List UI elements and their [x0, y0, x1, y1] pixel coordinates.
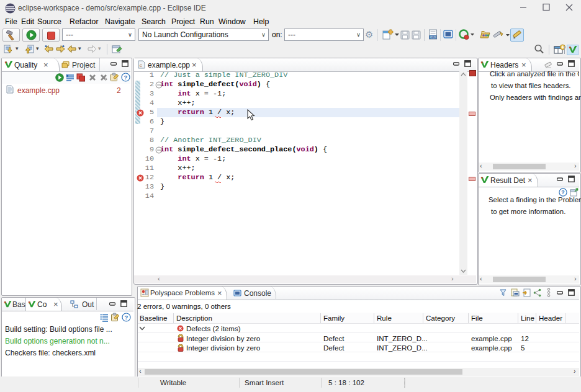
svg-text:?: ?: [561, 189, 564, 195]
svg-text:?: ?: [125, 314, 128, 321]
svg-text:c: c: [140, 63, 143, 68]
svg-text:010: 010: [430, 35, 436, 39]
svg-text:?: ?: [124, 74, 128, 81]
